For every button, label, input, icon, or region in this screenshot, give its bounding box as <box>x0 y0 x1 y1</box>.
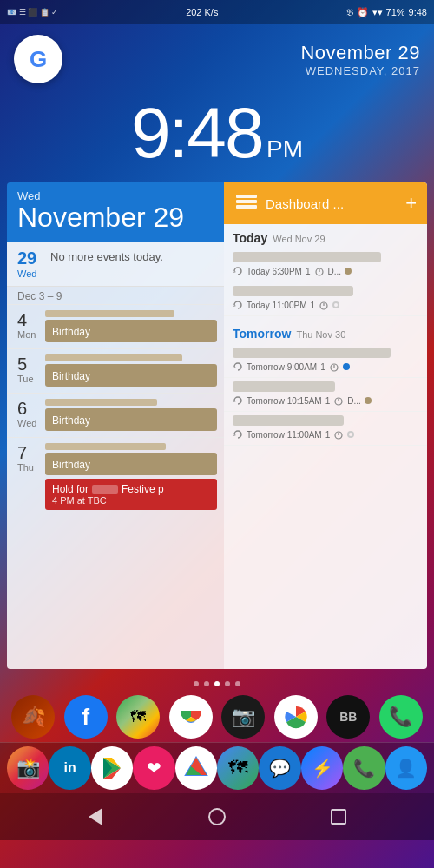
cal-day-name-6: Wed <box>17 418 42 428</box>
alarm-icon-5 <box>333 429 344 440</box>
big-clock-time: 9:48 <box>131 93 263 172</box>
home-icon <box>208 808 226 825</box>
today-event-1[interactable]: Today 6:30PM 1 D... <box>224 248 427 282</box>
week-divider: Dec 3 – 9 <box>7 286 224 304</box>
tom-event1-time: Tomorrow 9:00AM <box>247 362 317 372</box>
recents-icon <box>331 809 346 825</box>
google-drive-icon[interactable] <box>175 746 217 790</box>
dashboard-header[interactable]: Dashboard ... + <box>224 182 427 224</box>
today-row: 29 Wed No more events today. <box>7 242 224 286</box>
recents-button[interactable] <box>321 799 356 834</box>
battery-level: 71% <box>386 7 405 17</box>
tom-event2-alarms: 1 <box>326 396 331 406</box>
messaging-icon[interactable]: 💬 <box>259 746 300 790</box>
whatsapp-icon[interactable]: 📞 <box>379 695 423 739</box>
alarm-icon: ⏰ <box>357 7 369 18</box>
page-dot-5 <box>235 681 240 686</box>
event1-extra: D... <box>328 267 342 276</box>
section-tomorrow: Tomorrow Thu Nov 30 <box>224 320 427 344</box>
back-button[interactable] <box>78 799 113 834</box>
tom-event2-extra: D... <box>347 396 361 406</box>
clock-status: 9:48 <box>409 7 427 17</box>
calendar-header-day: Wed <box>17 189 214 202</box>
birthday-event-7[interactable]: Birthday <box>45 453 217 475</box>
contacts-icon[interactable]: 👤 <box>385 746 427 790</box>
widget-area: Wed November 29 29 Wed No more events to… <box>7 182 427 669</box>
cal-day-6: 6 Wed Birthday <box>7 393 224 437</box>
tom-event2-dot <box>365 397 372 404</box>
cal-day-num-4: 4 <box>17 310 42 329</box>
svg-rect-0 <box>236 195 257 198</box>
camera-icon[interactable]: 📷 <box>221 695 265 739</box>
hold-event-7[interactable]: Hold for Festive p 4 PM at TBC <box>45 479 217 510</box>
event1-time: Today 6:30PM <box>247 267 302 276</box>
cal-day-5: 5 Tue Birthday <box>7 348 224 393</box>
google-button[interactable]: G <box>14 35 62 83</box>
tomorrow-event-3[interactable]: Tomorrow 11:00AM 1 <box>224 412 427 446</box>
home-button[interactable] <box>200 799 234 834</box>
tom-event1-alarms: 1 <box>320 362 326 372</box>
tomorrow-event-1[interactable]: Tomorrow 9:00AM 1 <box>224 344 427 378</box>
signal-icon: ▾▾ <box>372 7 383 18</box>
photos-icon[interactable] <box>274 695 318 739</box>
cal-day-num-5: 5 <box>17 354 42 374</box>
big-clock-area: 9:48 PM <box>0 94 434 182</box>
play-store-icon[interactable] <box>91 746 133 790</box>
dock-row-2: 📸 in ❤ 🗺 💬 ⚡ 📞 👤 <box>0 742 434 793</box>
heart-app-icon[interactable]: ❤ <box>133 746 174 790</box>
section-tomorrow-sublabel: Thu Nov 30 <box>296 329 345 340</box>
cal-day-num-6: 6 <box>17 399 42 418</box>
blackberry-icon[interactable]: BB <box>326 695 370 739</box>
facebook-icon[interactable]: f <box>64 695 108 739</box>
status-bar: 📧 ☰ ⬛ 📋 ✓ 202 K/s 𝔅 ⏰ ▾▾ 71% 9:48 <box>0 0 434 24</box>
event1-dot <box>345 268 352 275</box>
alarm-icon-4 <box>333 395 344 406</box>
birthday-event-5[interactable]: Birthday <box>45 364 217 387</box>
refresh-icon-3 <box>233 361 243 372</box>
event2-alarms: 1 <box>311 301 316 310</box>
refresh-icon-1 <box>233 266 243 276</box>
cal-events-6: Birthday <box>42 399 217 434</box>
tomorrow-event-2[interactable]: Tomorrow 10:15AM 1 D... <box>224 378 427 412</box>
cal-day-name-4: Mon <box>17 329 42 340</box>
cal-day-name-5: Tue <box>17 374 42 384</box>
linkedin-icon[interactable]: in <box>49 746 90 790</box>
add-event-button[interactable]: + <box>405 192 417 215</box>
section-tomorrow-label: Tomorrow <box>233 327 291 341</box>
today-event-2[interactable]: Today 11:00PM 1 <box>224 282 427 316</box>
cal-day-num-7: 7 <box>17 443 42 462</box>
svg-rect-1 <box>236 200 257 203</box>
birthday-event-4[interactable]: Birthday <box>45 320 217 342</box>
dashboard-widget: Dashboard ... + Today Wed Nov 29 Today 6… <box>224 182 427 669</box>
phone-icon[interactable]: 📞 <box>343 746 385 790</box>
calendar-events: 4 Mon Birthday 5 Tue <box>7 304 224 669</box>
section-today-label: Today <box>233 231 267 245</box>
clock-date: November 29 <box>62 42 420 64</box>
refresh-icon-2 <box>233 300 243 310</box>
birthday-event-6[interactable]: Birthday <box>45 408 217 431</box>
messenger-icon[interactable]: ⚡ <box>301 746 343 790</box>
alarm-icon-2 <box>319 300 329 310</box>
chrome-icon[interactable] <box>169 695 213 739</box>
stacks-icon <box>234 191 259 215</box>
tom-event3-time: Tomorrow 11:00AM <box>247 430 322 440</box>
tom-event1-dot <box>343 363 350 370</box>
dock-area: 🍂 f 🗺 📷 BB 📞 📸 in ❤ 🗺 💬 ⚡ 📞 👤 <box>0 676 434 793</box>
refresh-icon-4 <box>233 395 243 406</box>
alarm-icon-3 <box>329 361 339 372</box>
status-bar-left: 📧 ☰ ⬛ 📋 ✓ <box>7 8 58 17</box>
cal-day-name-7: Thu <box>17 462 42 473</box>
cal-day-7: 7 Thu Birthday Hold for Festive p 4 <box>7 437 224 516</box>
maps2-icon[interactable]: 🗺 <box>217 746 259 790</box>
maps-icon[interactable]: 🗺 <box>116 695 160 739</box>
clock-right: November 29 WEDNESDAY, 2017 <box>62 42 420 77</box>
calendar-header-date: November 29 <box>17 202 214 233</box>
page-dots <box>0 676 434 692</box>
svg-rect-2 <box>236 205 257 209</box>
calendar-header: Wed November 29 <box>7 182 224 242</box>
tom-event3-alarms: 1 <box>326 430 331 440</box>
instagram-icon[interactable]: 📸 <box>7 746 49 790</box>
nav-bar <box>0 793 434 840</box>
feather-icon[interactable]: 🍂 <box>11 695 55 739</box>
dock-row-1: 🍂 f 🗺 📷 BB 📞 <box>0 692 434 742</box>
